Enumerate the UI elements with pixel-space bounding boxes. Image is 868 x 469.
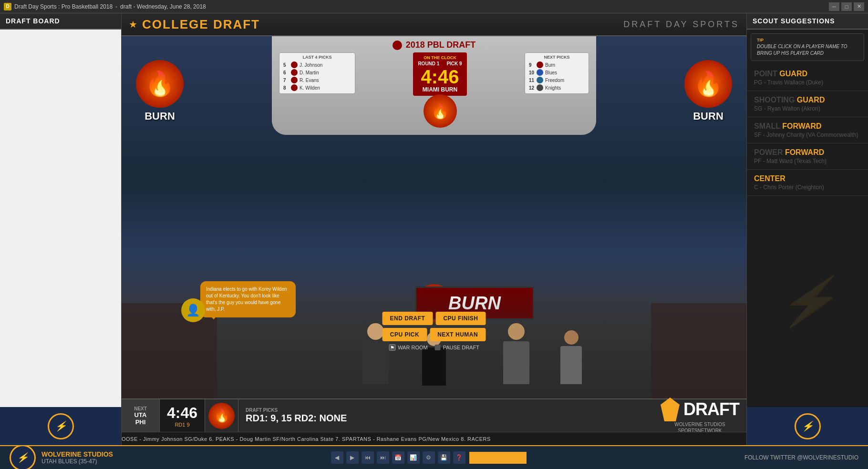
character-body — [422, 347, 446, 386]
pg-player[interactable]: PG - Travis Wallace (Duke) — [754, 79, 861, 86]
round-label: ROUND 1 — [418, 61, 439, 66]
wolverine-logo-left: ⚡ — [48, 413, 74, 439]
bottom-footer: ⚡ WOLVERINE STUDIOS UTAH BLUES (35-47) ◀… — [0, 445, 868, 469]
ticker-bar: OOSE - Jimmy Johnson SG/Duke 6. PEAKS - … — [122, 432, 746, 445]
footer-icon-6[interactable]: 📊 — [407, 451, 420, 464]
pick-logo — [537, 69, 543, 76]
on-clock-label: ON THE CLOCK — [418, 55, 462, 60]
left-footer: ⚡ — [0, 407, 121, 445]
footer-icon-8[interactable]: 💾 — [438, 451, 450, 464]
end-draft-button[interactable]: END DRAFT — [382, 312, 433, 325]
title-bar-left: D Draft Day Sports : Pro Basketball 2018… — [4, 3, 206, 10]
left-panel: DRAFT BOARD ⚡ — [0, 13, 122, 445]
char-head — [367, 323, 384, 340]
next-team1: UTA — [134, 411, 147, 418]
columns-layout: DRAFT BOARD ⚡ ★ COLLEGE DRAFT DRAFT DAY … — [0, 13, 868, 445]
footer-icon-3[interactable]: ⏮ — [362, 451, 374, 464]
footer-right: FOLLOW TWITTER @WOLVERINESTUDIO — [744, 454, 858, 461]
draft-picks-label: DRAFT PICKS — [246, 408, 646, 413]
draft-logo-box: DRAFT WOLVERINE STUDIOS SPORTSNETWORK — [653, 399, 746, 432]
minimize-button[interactable]: ─ — [829, 2, 839, 11]
war-room-label: WAR ROOM — [398, 345, 428, 350]
c-player[interactable]: C - Chris Porter (Creighton) — [754, 184, 861, 191]
bottom-bar: NEXT UTA PHI 4:46 RD1 9 🔥 — [122, 398, 746, 432]
burn-logo-wall-left: 🔥 BURN — [126, 60, 193, 136]
draft-logo-icon — [661, 398, 680, 421]
gold-bar — [469, 452, 527, 464]
position-point-guard: POINT GUARD PG - Travis Wallace (Duke) — [747, 65, 868, 91]
window-date: draft - Wednesday, June 28, 2018 — [120, 3, 206, 10]
on-clock-section: ON THE CLOCK ROUND 1 PICK 9 4:46 MIAMI B… — [357, 52, 523, 128]
speech-bubble: 👤 Indiana elects to go with Korey Wilden… — [200, 281, 296, 317]
next-team2: PHI — [135, 418, 146, 426]
cpu-pick-button[interactable]: CPU PICK — [382, 328, 427, 341]
restore-button[interactable]: □ — [841, 2, 852, 11]
character-right — [503, 323, 529, 384]
flame-icon-right: 🔥 — [684, 60, 732, 108]
draft-title: 2018 PBL DRAFT — [279, 40, 589, 50]
mid-panel: ★ COLLEGE DRAFT DRAFT DAY SPORTS 2018 PB… — [122, 13, 746, 445]
pick-item: 7 R. Evans — [283, 76, 351, 84]
next-picks-label: NEXT PICKS — [529, 55, 585, 60]
next-pick-item: 9 Burn — [529, 61, 585, 69]
position-shooting-guard: SHOOTING GUARD SG - Ryan Walton (Akron) — [747, 91, 868, 117]
scoreboard-panel: 2018 PBL DRAFT LAST 4 PICKS 5 J. Johnson — [272, 36, 596, 135]
position-center: CENTER C - Chris Porter (Creighton) — [747, 170, 868, 196]
pick-logo — [537, 77, 543, 83]
war-room-check[interactable]: ⚑ WAR ROOM — [389, 344, 428, 351]
cpu-finish-button[interactable]: CPU FINISH — [435, 312, 486, 325]
next-box: NEXT UTA PHI — [122, 399, 160, 432]
footer-left: ⚡ WOLVERINE STUDIOS UTAH BLUES (35-47) — [10, 445, 113, 469]
footer-icon-9[interactable]: ❓ — [453, 451, 465, 464]
sf-player[interactable]: SF - Johnny Charity (VA Commonwealth) — [754, 132, 861, 138]
draft-logo-text: DRAFT — [683, 399, 739, 419]
draft-header: ★ COLLEGE DRAFT DRAFT DAY SPORTS — [122, 13, 746, 36]
footer-center: ◀ ▶ ⏮ ⏭ 📅 📊 ⚙ 💾 ❓ — [331, 451, 527, 464]
draft-picks-box: DRAFT PICKS RD1: 9, 15 RD2: NONE — [238, 399, 653, 432]
next-label: NEXT — [134, 406, 147, 411]
app-icon: D — [4, 3, 11, 10]
draft-picks-value: RD1: 9, 15 RD2: NONE — [246, 413, 646, 424]
wolverine-logo-right: ⚡ — [795, 413, 821, 439]
char-body-fr — [560, 346, 582, 384]
pick-logo — [291, 69, 298, 76]
sf-label: SMALL FORWARD — [754, 122, 861, 131]
speech-text: Indiana elects to go with Korey Wilden o… — [206, 286, 290, 313]
footer-icon-5[interactable]: 📅 — [392, 451, 404, 464]
footer-twitter: FOLLOW TWITTER @WOLVERINESTUDIO — [744, 454, 858, 461]
draft-header-title: ★ COLLEGE DRAFT — [129, 17, 260, 32]
pf-player[interactable]: PF - Matt Ward (Texas Tech) — [754, 158, 861, 164]
footer-icon-4[interactable]: ⏭ — [377, 451, 389, 464]
burn-name-right: BURN — [693, 110, 723, 122]
sg-player[interactable]: SG - Ryan Walton (Akron) — [754, 105, 861, 112]
footer-icon-7[interactable]: ⚙ — [423, 451, 435, 464]
on-clock-box: ON THE CLOCK ROUND 1 PICK 9 4:46 MIAMI B… — [413, 52, 466, 96]
char-head-r — [508, 323, 525, 340]
next-picks-box: NEXT PICKS 9 Burn 10 Blues — [525, 52, 589, 94]
action-buttons: END DRAFT CPU FINISH CPU PICK NEXT HUMAN… — [382, 312, 486, 351]
pick-logo — [291, 84, 298, 91]
character-far-right — [560, 330, 582, 384]
clock-box: 4:46 RD1 9 — [160, 399, 205, 432]
footer-icon-2[interactable]: ▶ — [346, 451, 359, 464]
pick-item: 6 D. Martin — [283, 69, 351, 76]
draft-day-sports-label: DRAFT DAY SPORTS — [623, 20, 739, 30]
crowd-right — [651, 303, 746, 398]
star-icon: ★ — [129, 19, 137, 30]
close-button[interactable]: ✕ — [854, 2, 864, 11]
main-wrapper: COLLEGE DRAFT DRAFT BOARD ⚡ ★ COLLEGE DR… — [0, 13, 868, 469]
wolverine-logo-footer: ⚡ — [10, 445, 36, 469]
pbl-logo — [393, 41, 402, 50]
next-pick-item: 10 Blues — [529, 69, 585, 76]
check-row: ⚑ WAR ROOM PAUSE DRAFT — [389, 344, 479, 351]
btn-row-top: END DRAFT CPU FINISH — [382, 312, 486, 325]
next-human-button[interactable]: NEXT HUMAN — [430, 328, 486, 341]
footer-studio: WOLVERINE STUDIOS — [41, 450, 113, 458]
scout-header: SCOUT SUGGESTIONS — [747, 13, 868, 30]
scout-title: SCOUT SUGGESTIONS — [753, 17, 862, 25]
pause-draft-check[interactable]: PAUSE DRAFT — [435, 345, 479, 350]
pick-logo — [291, 61, 298, 68]
scout-tip: TIP DOUBLE CLICK ON A PLAYER NAME TO BRI… — [751, 33, 864, 61]
pf-label: POWER FORWARD — [754, 148, 861, 157]
footer-icon-1[interactable]: ◀ — [331, 451, 343, 464]
